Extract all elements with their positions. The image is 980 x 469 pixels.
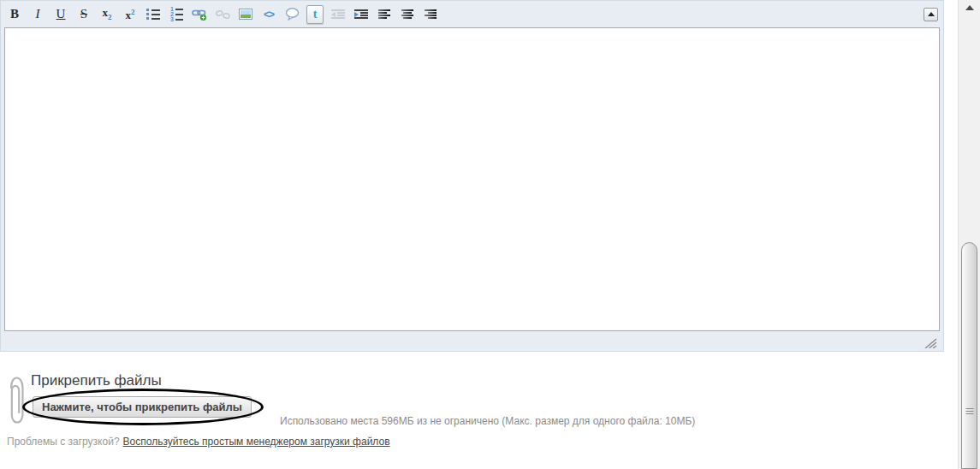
align-center-icon <box>401 9 413 19</box>
ordered-list-icon: 1 2 3 <box>169 7 183 21</box>
indent-button[interactable] <box>353 6 370 23</box>
indent-icon <box>354 9 368 20</box>
editor-body[interactable] <box>4 27 940 331</box>
align-left-icon <box>378 9 390 19</box>
editor-toolbar: B I U S x2 x2 1 2 3 <box>1 1 943 27</box>
twitter-icon: t <box>306 5 324 24</box>
code-button[interactable]: <> <box>260 6 277 23</box>
chevron-up-icon <box>928 12 935 16</box>
insert-image-icon <box>239 9 252 20</box>
ordered-list-button[interactable]: 1 2 3 <box>168 6 185 23</box>
code-icon: <> <box>264 9 274 21</box>
align-right-icon <box>425 9 437 19</box>
strikethrough-button[interactable]: S <box>75 6 92 23</box>
subscript-icon: x2 <box>103 7 112 21</box>
superscript-button[interactable]: x2 <box>122 6 139 23</box>
underline-icon: U <box>56 8 66 21</box>
remove-link-button[interactable] <box>214 6 231 23</box>
page: B I U S x2 x2 1 2 3 <box>0 0 980 469</box>
insert-image-button[interactable] <box>237 6 254 23</box>
align-right-button[interactable] <box>422 6 439 23</box>
attach-files-button[interactable]: Нажмите, чтобы прикрепить файлы <box>33 396 252 418</box>
insert-link-icon <box>192 7 207 21</box>
attach-files-heading: Прикрепить файлы <box>31 372 162 389</box>
unordered-list-button[interactable] <box>145 6 162 23</box>
upload-problem-text: Проблемы с загрузкой? <box>7 436 120 448</box>
align-center-button[interactable] <box>399 6 416 23</box>
italic-button[interactable]: I <box>29 6 46 23</box>
outdent-icon <box>331 9 345 20</box>
twitter-button[interactable]: t <box>306 6 324 23</box>
resize-handle-icon[interactable] <box>924 337 937 348</box>
bold-button[interactable]: B <box>6 6 23 23</box>
subscript-button[interactable]: x2 <box>98 6 116 23</box>
quote-button[interactable] <box>283 6 300 23</box>
rich-text-editor: B I U S x2 x2 1 2 3 <box>0 0 944 352</box>
upload-problem-row: Проблемы с загрузкой?Воспользуйтесь прос… <box>7 436 390 448</box>
outdent-button[interactable] <box>330 6 347 23</box>
page-scrollbar[interactable] <box>958 0 980 469</box>
upload-manager-link[interactable]: Воспользуйтесь простым менеджером загруз… <box>123 436 390 448</box>
collapse-toolbar-button[interactable] <box>924 8 938 21</box>
insert-link-button[interactable] <box>191 6 208 23</box>
align-left-button[interactable] <box>376 6 393 23</box>
scrollbar-up-button[interactable] <box>959 0 980 15</box>
superscript-icon: x2 <box>126 9 135 21</box>
quote-icon <box>285 8 300 21</box>
storage-info-text: Использовано места 596МБ из не ограничен… <box>280 415 695 427</box>
paperclip-icon <box>5 373 29 428</box>
remove-link-icon <box>216 8 230 21</box>
unordered-list-icon <box>146 9 160 20</box>
scrollbar-grip-icon <box>965 408 973 414</box>
arrow-up-icon <box>965 5 974 10</box>
italic-icon: I <box>36 8 40 21</box>
strikethrough-icon: S <box>80 8 87 21</box>
bold-icon: B <box>10 8 19 21</box>
scrollbar-thumb[interactable] <box>961 242 977 469</box>
underline-button[interactable]: U <box>52 6 69 23</box>
